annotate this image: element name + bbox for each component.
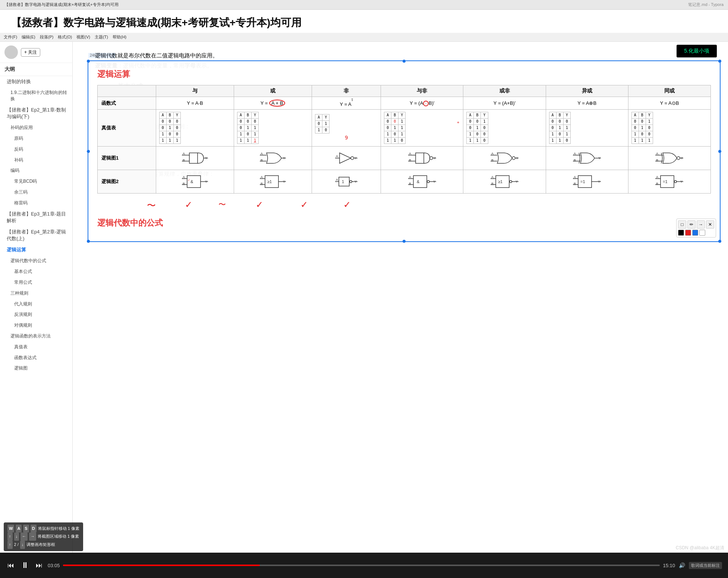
- color-white[interactable]: [699, 230, 705, 236]
- svg-text:A: A: [409, 175, 411, 179]
- sidebar-item-complement[interactable]: 补码: [0, 155, 72, 166]
- svg-text:1: 1: [342, 179, 344, 184]
- color-red[interactable]: [685, 230, 691, 236]
- sidebar-item-excess3[interactable]: 余三码: [0, 187, 72, 198]
- handle-bl[interactable]: [87, 240, 90, 243]
- handle-tr[interactable]: [718, 60, 721, 63]
- sidebar: + 关注 大纲 进制的转换 1.9.二进制和十六进制向的转换 【拯救者】Ep2_…: [0, 42, 73, 571]
- svg-point-101: [674, 180, 677, 183]
- truth-and: ABY 000 010 100 111: [156, 110, 234, 147]
- menu-help[interactable]: 帮助(H): [113, 34, 126, 40]
- sidebar-item-basic-formula[interactable]: 基本公式: [0, 266, 72, 277]
- svg-text:B: B: [261, 182, 263, 186]
- svg-text:Y: Y: [680, 180, 683, 183]
- selection-box: 逻辑运算 与 或 非 与非 或非 异或: [88, 60, 721, 242]
- handle-bm[interactable]: [403, 240, 406, 243]
- handle-br[interactable]: [718, 240, 721, 243]
- wasd-row1: W A S D 将鼠标指针移动 1 像素: [7, 525, 79, 533]
- doc-body: 逻辑代数就是布尔代数在二值逻辑电路中的应用。 逻辑变量：逻辑代数中的变量，常用字…: [73, 42, 728, 202]
- col-header-empty: [98, 85, 156, 97]
- menu-view[interactable]: 视图(V): [76, 34, 90, 40]
- menu-theme[interactable]: 主题(T): [95, 34, 108, 40]
- player-skip-forward[interactable]: ⏭: [34, 560, 44, 571]
- svg-text:Y: Y: [516, 180, 518, 183]
- player-skip-back[interactable]: ⏮: [6, 560, 16, 571]
- svg-text:A: A: [491, 175, 494, 179]
- table-row-gate1: 逻辑图1 A: [98, 147, 711, 170]
- truth-not: AY 01 10 9: [312, 110, 381, 147]
- svg-text:Y: Y: [205, 180, 207, 183]
- handle-ml[interactable]: [87, 150, 90, 153]
- svg-text:=1: =1: [580, 179, 585, 184]
- menu-para[interactable]: 段落(P): [40, 34, 54, 40]
- sidebar-item-func-expr[interactable]: 函数表达式: [0, 352, 72, 363]
- gate2-nand: & A B Y: [381, 170, 463, 194]
- truth-nor: ABY 001 010 100 110: [463, 110, 546, 147]
- sidebar-item-logic-diagram[interactable]: 逻辑图: [0, 363, 72, 374]
- svg-text:A: A: [574, 152, 576, 156]
- svg-text:Y: Y: [283, 156, 285, 160]
- svg-rect-21: [416, 153, 424, 163]
- sidebar-item-logic-ops[interactable]: 逻辑运算: [0, 244, 72, 255]
- wasd-row2: ↑ ↓ ← → 将截图区域移动 1 像素: [7, 533, 79, 541]
- sidebar-item-common-formula[interactable]: 常用公式: [0, 277, 72, 288]
- user-section: + 关注: [0, 42, 72, 63]
- sidebar-item-bcd[interactable]: 常见BCD码: [0, 176, 72, 187]
- menu-edit[interactable]: 编辑(E): [22, 34, 35, 40]
- intro-text: 逻辑代数就是布尔代数在二值逻辑电路中的应用。: [95, 49, 706, 59]
- truth-xor: ABY 000 011 101 110: [546, 110, 628, 147]
- sidebar-item-complement-app[interactable]: 补码的应用: [0, 122, 72, 133]
- sidebar-item-logic-formulas[interactable]: 逻辑代数中的公式: [0, 255, 72, 266]
- page-title: 【拯救者】数字电路与逻辑速成(期末+考研复试+专升本)均可用: [0, 10, 728, 33]
- col-header-xnor: 同或: [628, 85, 710, 97]
- handle-tm[interactable]: [403, 60, 406, 63]
- handle-mr[interactable]: [718, 150, 721, 153]
- draw-tool-close[interactable]: ✕: [706, 220, 714, 229]
- sidebar-item-jinzhi[interactable]: 进制的转换: [0, 76, 72, 87]
- row-label-formula: 函数式: [98, 97, 156, 110]
- sidebar-item-gray[interactable]: 格雷码: [0, 198, 72, 208]
- svg-text:&: &: [417, 179, 420, 184]
- gate2-xor: =1 A B Y: [546, 170, 628, 194]
- total-time: 15:10: [663, 563, 675, 568]
- svg-text:B: B: [491, 158, 494, 162]
- sidebar-item-original[interactable]: 原码: [0, 133, 72, 144]
- progress-fill: [63, 565, 260, 566]
- follow-button[interactable]: + 关注: [21, 48, 40, 57]
- svg-text:A: A: [409, 152, 411, 156]
- col-header-not: 非: [312, 85, 381, 97]
- tab-label[interactable]: 【拯救者】数字电路与逻辑速成(期末+考研复试+专升本)均可用: [4, 2, 119, 7]
- player-play-pause[interactable]: ⏸: [19, 559, 31, 572]
- sidebar-item-truth-table[interactable]: 真值表: [0, 342, 72, 352]
- svg-point-75: [427, 180, 429, 183]
- svg-text:B: B: [656, 182, 658, 186]
- color-black[interactable]: [678, 230, 684, 236]
- sidebar-item-dual-rule[interactable]: 对偶规则: [0, 320, 72, 331]
- sidebar-item-three-rules[interactable]: 三种规则: [0, 288, 72, 299]
- draw-tool-pen[interactable]: ✏: [687, 220, 696, 229]
- color-blue[interactable]: [692, 230, 698, 236]
- avatar: [4, 45, 18, 59]
- min-term-button[interactable]: 5.化最小项: [677, 45, 717, 57]
- sidebar-item-represent[interactable]: 逻辑函数的表示方法: [0, 331, 72, 342]
- sidebar-item-sub-rule[interactable]: 代入规则: [0, 299, 72, 310]
- sidebar-item-encoding[interactable]: 编码: [0, 165, 72, 176]
- table-row-formula: 函数式 Y = A·B Y = A + B Y = Aʹ Y = (A·B)' …: [98, 97, 711, 110]
- svg-point-22: [430, 157, 433, 160]
- captions-button[interactable]: 歌词或当前标注: [689, 562, 722, 569]
- sidebar-item-inverse[interactable]: 反码: [0, 144, 72, 155]
- sidebar-item-ep2[interactable]: 【拯救者】Ep2_第1章-数制与编码(下): [0, 104, 72, 122]
- menu-format[interactable]: 格式(O): [58, 34, 72, 40]
- sidebar-item-inv-rule[interactable]: 反演规则: [0, 309, 72, 320]
- volume-icon[interactable]: 🔊: [679, 562, 685, 568]
- sidebar-item-binary-hex[interactable]: 1.9.二进制和十六进制向的转换: [0, 87, 72, 104]
- draw-tools-row1: □ ✏ → ✕: [678, 220, 714, 229]
- progress-bar[interactable]: [63, 565, 660, 566]
- handle-tl[interactable]: [87, 60, 90, 63]
- menu-file[interactable]: 文件(F): [4, 34, 17, 40]
- sidebar-item-ep4[interactable]: 【拯救者】Ep4_第2章-逻辑代数(上): [0, 226, 72, 244]
- draw-tool-arrow[interactable]: →: [697, 220, 705, 229]
- draw-tool-rect[interactable]: □: [678, 220, 686, 229]
- gate1-not: A Y: [312, 147, 381, 170]
- sidebar-item-ep3[interactable]: 【拯救者】Ep3_第1章-题目解析: [0, 208, 72, 226]
